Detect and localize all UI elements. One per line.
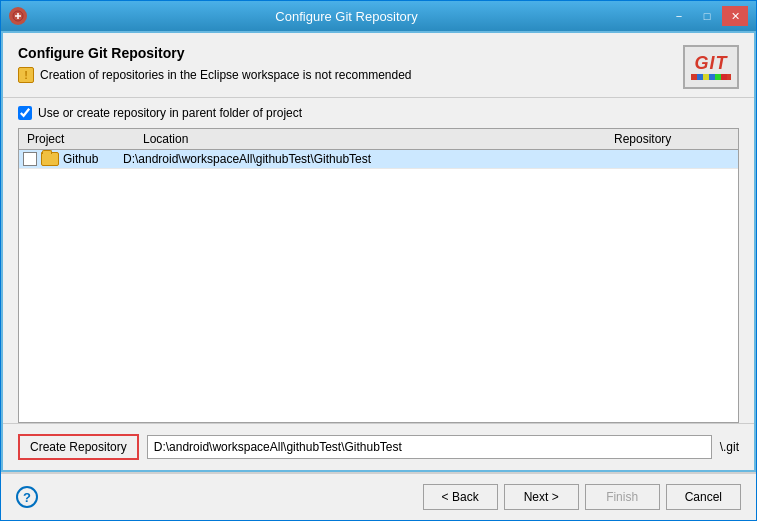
header-section: Configure Git Repository ! Creation of r… <box>3 33 754 98</box>
header-left: Configure Git Repository ! Creation of r… <box>18 45 673 83</box>
checkbox-section: Use or create repository in parent folde… <box>3 98 754 128</box>
row-project-name: Github <box>63 152 123 166</box>
warning-icon: ! <box>18 67 34 83</box>
checkbox-label[interactable]: Use or create repository in parent folde… <box>38 106 302 120</box>
table-header: Project Location Repository <box>19 129 738 150</box>
window: Configure Git Repository − □ ✕ Configure… <box>0 0 757 521</box>
warning-text: Creation of repositories in the Eclipse … <box>40 68 412 82</box>
minimize-button[interactable]: − <box>666 6 692 26</box>
create-repo-section: Create Repository \.git <box>3 423 754 470</box>
row-checkbox[interactable] <box>23 152 37 166</box>
window-title: Configure Git Repository <box>27 9 666 24</box>
create-repository-button[interactable]: Create Repository <box>18 434 139 460</box>
col-repository: Repository <box>614 132 734 146</box>
close-button[interactable]: ✕ <box>722 6 748 26</box>
repo-suffix: \.git <box>720 440 739 454</box>
help-button[interactable]: ? <box>16 486 38 508</box>
col-project: Project <box>23 132 143 146</box>
repo-path-input[interactable] <box>147 435 712 459</box>
back-button[interactable]: < Back <box>423 484 498 510</box>
window-icon <box>9 7 27 25</box>
git-logo-decoration <box>691 74 731 80</box>
project-table: Project Location Repository Github D:\an… <box>18 128 739 423</box>
content-area: Configure Git Repository ! Creation of r… <box>1 31 756 472</box>
col-location: Location <box>143 132 614 146</box>
cancel-button[interactable]: Cancel <box>666 484 741 510</box>
git-logo: GIT <box>683 45 739 89</box>
table-body: Github D:\android\workspaceAll\githubTes… <box>19 150 738 419</box>
window-controls: − □ ✕ <box>666 6 748 26</box>
next-button[interactable]: Next > <box>504 484 579 510</box>
warning-row: ! Creation of repositories in the Eclips… <box>18 67 673 83</box>
folder-icon <box>41 152 59 166</box>
dialog-title: Configure Git Repository <box>18 45 673 61</box>
git-logo-text: GIT <box>695 54 728 72</box>
row-location: D:\android\workspaceAll\githubTest\Githu… <box>123 152 734 166</box>
title-bar: Configure Git Repository − □ ✕ <box>1 1 756 31</box>
maximize-button[interactable]: □ <box>694 6 720 26</box>
finish-button[interactable]: Finish <box>585 484 660 510</box>
table-row[interactable]: Github D:\android\workspaceAll\githubTes… <box>19 150 738 169</box>
footer-left: ? <box>16 486 38 508</box>
footer-section: ? < Back Next > Finish Cancel <box>1 472 756 520</box>
footer-buttons: < Back Next > Finish Cancel <box>423 484 741 510</box>
use-parent-folder-checkbox[interactable] <box>18 106 32 120</box>
